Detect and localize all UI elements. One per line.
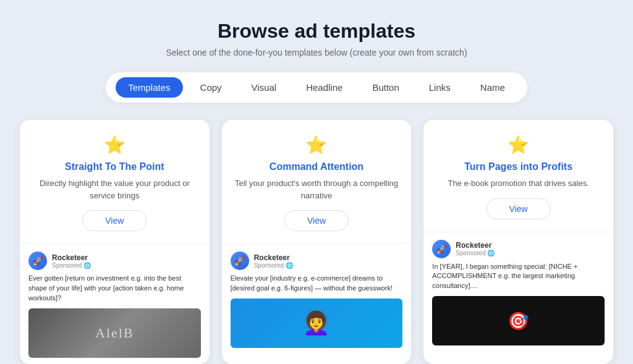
tab-links[interactable]: Links (417, 77, 463, 98)
tab-visual[interactable]: Visual (239, 77, 289, 98)
card-preview: 🚀 Rocketeer Sponsored 🌐 Elevate your [in… (222, 243, 412, 364)
card-top: ⭐ Straight To The Point Directly highlig… (20, 120, 210, 243)
preview-header: 🚀 Rocketeer Sponsored 🌐 (28, 252, 201, 270)
preview-image-chalk: AlelB (28, 308, 201, 358)
page-subtitle: Select one of the done-for-you templates… (166, 48, 467, 57)
preview-image-neon: 🎯 (432, 296, 605, 345)
card-description: The e-book promotion that drives sales. (448, 177, 588, 190)
preview-text: Ever gotten [return on investment e.g. i… (28, 274, 201, 303)
card-title: Command Attention (270, 161, 363, 172)
card-top: ⭐ Turn Pages into Profits The e-book pro… (423, 120, 613, 232)
preview-image-person: 👩‍🦱 (231, 298, 403, 348)
brand-avatar: 🚀 (231, 252, 249, 270)
preview-header: 🚀 Rocketeer Sponsored 🌐 (432, 240, 605, 258)
tab-name[interactable]: Name (468, 77, 517, 98)
tabs-container: TemplatesCopyVisualHeadlineButtonLinksNa… (106, 72, 527, 103)
brand-avatar: 🚀 (432, 240, 451, 258)
preview-meta: Rocketeer Sponsored 🌐 (52, 253, 91, 269)
tab-copy[interactable]: Copy (188, 77, 234, 98)
view-button[interactable]: View (82, 210, 147, 231)
brand-name: Rocketeer (254, 253, 293, 262)
tab-templates[interactable]: Templates (116, 77, 182, 98)
sponsored-label: Sponsored 🌐 (456, 250, 495, 256)
page-title: Browse ad templates (166, 20, 467, 43)
brand-name: Rocketeer (52, 253, 91, 262)
tab-headline[interactable]: Headline (294, 77, 355, 98)
preview-text: In [YEAR], I began something special: [N… (432, 262, 605, 292)
preview-header: 🚀 Rocketeer Sponsored 🌐 (231, 252, 403, 270)
card-title: Turn Pages into Profits (464, 161, 572, 172)
sponsored-label: Sponsored 🌐 (52, 262, 91, 269)
page-header: Browse ad templates Select one of the do… (166, 20, 467, 57)
card-top: ⭐ Command Attention Tell your product's … (222, 120, 412, 243)
page-wrapper: Browse ad templates Select one of the do… (0, 0, 633, 364)
sponsored-label: Sponsored 🌐 (254, 262, 293, 269)
star-icon: ⭐ (305, 135, 327, 155)
view-button[interactable]: View (284, 210, 349, 231)
tab-button[interactable]: Button (360, 77, 411, 98)
card-command-attention: ⭐ Command Attention Tell your product's … (222, 120, 412, 364)
card-description: Directly highlight the value your produc… (32, 177, 197, 201)
preview-meta: Rocketeer Sponsored 🌐 (456, 241, 495, 256)
view-button[interactable]: View (486, 198, 551, 219)
card-preview: 🚀 Rocketeer Sponsored 🌐 Ever gotten [ret… (20, 243, 210, 364)
star-icon: ⭐ (508, 135, 529, 155)
star-icon: ⭐ (104, 135, 125, 155)
card-description: Tell your product's worth through a comp… (234, 177, 399, 201)
card-title: Straight To The Point (65, 161, 164, 172)
brand-avatar: 🚀 (28, 252, 47, 270)
preview-meta: Rocketeer Sponsored 🌐 (254, 253, 293, 269)
card-straight-to-point: ⭐ Straight To The Point Directly highlig… (20, 120, 210, 364)
card-turn-pages-profits: ⭐ Turn Pages into Profits The e-book pro… (423, 120, 613, 364)
cards-grid: ⭐ Straight To The Point Directly highlig… (20, 120, 613, 364)
preview-text: Elevate your [industry e.g. e-commerce] … (231, 274, 403, 294)
card-preview: 🚀 Rocketeer Sponsored 🌐 In [YEAR], I beg… (423, 232, 613, 364)
brand-name: Rocketeer (456, 241, 495, 250)
